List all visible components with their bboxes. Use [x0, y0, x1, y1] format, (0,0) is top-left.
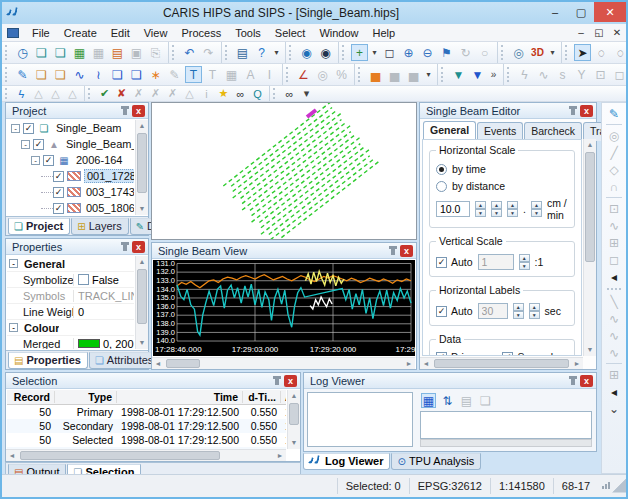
- eraser-icon[interactable]: ✎: [14, 66, 31, 83]
- import-icon[interactable]: ▤: [109, 44, 126, 61]
- pin-left-icon[interactable]: ◂: [605, 268, 623, 285]
- property-row[interactable]: Merged0, 200, 0: [7, 336, 134, 349]
- tab-tpu-analysis[interactable]: ⊙TPU Analysis: [391, 453, 481, 470]
- tool-dropdown-icon[interactable]: ▾: [370, 44, 379, 61]
- redo-icon[interactable]: ↷: [200, 44, 217, 61]
- text-gray-icon[interactable]: T: [204, 66, 221, 83]
- undo-icon[interactable]: ↶: [181, 44, 198, 61]
- property-row[interactable]: SymbolsTRACK_LINE: [7, 288, 134, 304]
- curve3-tool-icon[interactable]: ∿: [605, 344, 623, 361]
- beam-1-icon[interactable]: △: [31, 87, 46, 101]
- lasso-select-icon[interactable]: ◌: [593, 44, 610, 61]
- flag-icon[interactable]: ⚑: [438, 44, 455, 61]
- tree-item-single_beam_vessel_e[interactable]: ▲Single_Beam_Vessel_E: [7, 136, 134, 152]
- pin-icon[interactable]: [571, 376, 575, 385]
- tree-expander[interactable]: [11, 124, 20, 133]
- property-checkbox[interactable]: [78, 274, 89, 285]
- tree-checkbox[interactable]: [53, 187, 64, 198]
- open-background-icon[interactable]: ▦: [71, 44, 88, 61]
- spinner[interactable]: ▲▼: [491, 201, 502, 217]
- quick-pick-icon[interactable]: ϟ: [14, 87, 29, 101]
- hlabels-value-input[interactable]: [478, 303, 508, 319]
- angle-icon[interactable]: ∠: [295, 66, 312, 83]
- info-icon[interactable]: i: [199, 87, 214, 101]
- pin-icon[interactable]: [571, 106, 575, 115]
- tree-item-001_1728[interactable]: 001_1728: [7, 168, 134, 184]
- doc-export-icon[interactable]: ❏: [128, 66, 145, 83]
- spinner[interactable]: ▲▼: [531, 201, 542, 217]
- column-header[interactable]: Approx. P: [281, 391, 286, 403]
- tree-checkbox[interactable]: [33, 139, 44, 150]
- table-row[interactable]: 50Secondary1998-08-01 17:29:12.5000.5501…: [7, 419, 286, 433]
- chart-gray-icon[interactable]: ▅: [386, 66, 403, 83]
- box-tool-icon[interactable]: ⊞: [605, 366, 623, 383]
- table-row[interactable]: 50Primary1998-08-01 17:29:12.5000.550109…: [7, 405, 286, 419]
- mdi-minimize-button[interactable]: –: [572, 27, 590, 38]
- pin-icon[interactable]: [123, 242, 127, 251]
- spinner[interactable]: ▲▼: [519, 254, 530, 270]
- symbol-tool-icon[interactable]: ⊡: [605, 200, 623, 217]
- property-group-colour[interactable]: Colour: [7, 320, 134, 336]
- pin-icon[interactable]: [391, 246, 395, 255]
- open-project-icon[interactable]: ❏: [33, 44, 50, 61]
- editor-hscrollbar[interactable]: ◄►: [420, 357, 583, 369]
- menu-view[interactable]: View: [137, 26, 175, 40]
- smooth-line-icon[interactable]: ∿: [535, 66, 552, 83]
- radius-select-icon[interactable]: ◌: [612, 44, 626, 61]
- scale-value-input[interactable]: [436, 201, 470, 217]
- segment-tool-icon[interactable]: ╲: [605, 293, 623, 310]
- scurve-icon[interactable]: ≀: [90, 66, 107, 83]
- menu-tools[interactable]: Tools: [228, 26, 268, 40]
- accept-icon[interactable]: ✔: [97, 87, 112, 101]
- join-icon[interactable]: Y: [573, 66, 590, 83]
- collapse-icon[interactable]: ◂: [605, 383, 623, 400]
- property-row[interactable]: Line Weight0: [7, 304, 134, 320]
- close-panel-icon[interactable]: x: [284, 375, 297, 387]
- reject-swath-icon[interactable]: ✗: [131, 87, 146, 101]
- property-row[interactable]: Symbolize linFalse: [7, 272, 134, 288]
- import-line-icon[interactable]: ❏: [52, 66, 69, 83]
- group-expander[interactable]: [9, 259, 18, 268]
- tree-item-single_beam[interactable]: ❏Single_Beam: [7, 120, 134, 136]
- curve2-tool-icon[interactable]: ∿: [605, 327, 623, 344]
- beam-3-icon[interactable]: △: [65, 87, 80, 101]
- tree-expander[interactable]: [21, 140, 30, 149]
- warning-icon[interactable]: △: [182, 87, 197, 101]
- image-gray-icon[interactable]: ▦: [223, 66, 240, 83]
- zoom-out-icon[interactable]: ⊖: [419, 44, 436, 61]
- tree-item-2006-164[interactable]: ▦2006-164: [7, 152, 134, 168]
- selection-hscrollbar[interactable]: ◄►: [6, 449, 286, 461]
- resize-grip[interactable]: [612, 479, 626, 493]
- maximize-button[interactable]: ▢: [568, 3, 594, 21]
- rotate-view-icon[interactable]: ↻: [457, 44, 474, 61]
- circle-tool-icon[interactable]: ◎: [605, 127, 623, 144]
- filter-check-icon[interactable]: ▼: [450, 66, 467, 83]
- filter-data-icon[interactable]: ▼: [469, 66, 486, 83]
- selection-vscrollbar[interactable]: ▲ ▼: [287, 390, 300, 449]
- sort-az-icon[interactable]: ⇅: [440, 393, 455, 408]
- overflow-arrow-icon[interactable]: ▾: [424, 66, 433, 83]
- tree-checkbox[interactable]: [43, 155, 54, 166]
- mdi-restore-button[interactable]: ◱: [590, 27, 608, 38]
- vscale-value-input[interactable]: [478, 254, 514, 270]
- gauge-gray-icon[interactable]: I: [261, 66, 278, 83]
- profile-chart-icon[interactable]: ▅: [367, 66, 384, 83]
- spline-tool-icon[interactable]: ∿: [605, 217, 623, 234]
- tree-checkbox[interactable]: [23, 123, 34, 134]
- tree-checkbox[interactable]: [53, 171, 64, 182]
- new-project-icon[interactable]: ◷: [14, 44, 31, 61]
- menu-create[interactable]: Create: [57, 26, 104, 40]
- pencil-icon[interactable]: ✎: [166, 66, 183, 83]
- close-panel-icon[interactable]: x: [400, 245, 413, 257]
- arc-tool-icon[interactable]: ∩: [605, 178, 623, 195]
- preview-log-icon[interactable]: ❏: [478, 393, 493, 408]
- log-detail-box[interactable]: [420, 411, 592, 439]
- menu-window[interactable]: Window: [312, 26, 365, 40]
- image-icon[interactable]: ▦: [90, 44, 107, 61]
- zoom-in-icon[interactable]: ⊕: [400, 44, 417, 61]
- editor-tab-general[interactable]: General: [423, 121, 476, 140]
- beam-2-icon[interactable]: △: [48, 87, 63, 101]
- spiral-icon[interactable]: ◎: [314, 66, 331, 83]
- box-gray-icon[interactable]: ◻: [611, 66, 626, 83]
- text-tool-icon[interactable]: T: [185, 66, 202, 83]
